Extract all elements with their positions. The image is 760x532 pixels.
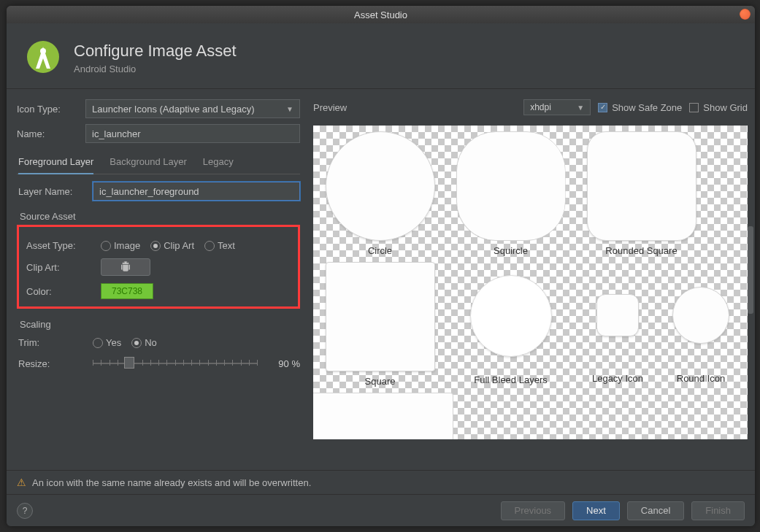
warning-bar: ⚠ An icon with the same name already exi… [7, 470, 755, 494]
radio-clip-art[interactable] [150, 241, 161, 251]
preview-shape-legacy [596, 294, 639, 336]
svg-point-1 [40, 48, 46, 54]
tab-foreground[interactable]: Foreground Layer [18, 150, 93, 174]
show-safe-zone-checkbox[interactable]: ✓ Show Safe Zone [598, 102, 682, 113]
preview-shape-square [326, 262, 435, 371]
preview-shape-full-bleed [470, 275, 552, 357]
name-label: Name: [17, 128, 85, 139]
clip-art-label: Clip Art: [26, 262, 101, 273]
preview-shape-round [672, 287, 729, 344]
asset-type-radio-group: Image Clip Art Text [101, 240, 245, 251]
asset-type-label: Asset Type: [26, 240, 101, 251]
config-panel: Icon Type: Launcher Icons (Adaptive and … [7, 89, 306, 498]
tab-background[interactable]: Background Layer [110, 150, 187, 174]
preview-canvas: Circle Squircle Rounded Square Square [313, 126, 748, 439]
dialog-header: Configure Image Asset Android Studio [7, 23, 755, 89]
radio-trim-yes[interactable] [93, 338, 103, 348]
window-titlebar: Asset Studio [7, 6, 755, 23]
highlighted-region: Asset Type: Image Clip Art Text Clip Art… [17, 225, 300, 309]
warning-text: An icon with the same name already exist… [32, 477, 311, 488]
name-input[interactable] [85, 124, 300, 143]
resize-label: Resize: [18, 358, 93, 369]
warning-icon: ⚠ [17, 477, 26, 488]
trim-label: Trim: [18, 337, 93, 348]
clip-art-button[interactable] [101, 258, 150, 276]
asset-studio-window: Asset Studio Configure Image Asset Andro… [7, 6, 755, 526]
color-label: Color: [26, 286, 101, 297]
svg-point-2 [123, 262, 125, 263]
preview-label: Preview [313, 102, 516, 113]
previous-button[interactable]: Previous [501, 501, 566, 520]
source-asset-label: Source Asset [20, 211, 300, 222]
preview-panel: Preview xhdpi ▼ ✓ Show Safe Zone Show Gr… [306, 89, 755, 498]
dialog-subtitle: Android Studio [74, 63, 237, 74]
cancel-button[interactable]: Cancel [627, 501, 684, 520]
icon-type-select[interactable]: Launcher Icons (Adaptive and Legacy) ▼ [85, 99, 300, 118]
chevron-down-icon: ▼ [286, 105, 293, 113]
scaling-label: Scaling [20, 319, 300, 330]
tab-legacy[interactable]: Legacy [203, 150, 234, 174]
close-icon[interactable] [740, 9, 751, 20]
preview-shape-rounded-square [587, 131, 696, 241]
show-grid-checkbox[interactable]: Show Grid [689, 102, 748, 113]
radio-trim-no[interactable] [131, 338, 142, 348]
button-bar: ? Previous Next Cancel Finish [7, 494, 755, 526]
window-title: Asset Studio [354, 9, 407, 20]
icon-type-label: Icon Type: [17, 104, 85, 115]
next-button[interactable]: Next [572, 501, 620, 520]
preview-shape-squircle [456, 131, 566, 241]
resize-slider[interactable] [93, 355, 258, 371]
radio-image[interactable] [101, 241, 111, 251]
layer-name-input[interactable] [93, 182, 300, 201]
dialog-title: Configure Image Asset [74, 42, 237, 61]
help-button[interactable]: ? [17, 503, 33, 519]
preview-shape-extra [313, 393, 453, 439]
chevron-down-icon: ▼ [577, 104, 584, 112]
layer-name-label: Layer Name: [18, 186, 93, 197]
android-icon [119, 260, 132, 275]
android-studio-logo-icon [26, 39, 61, 77]
density-select[interactable]: xhdpi ▼ [523, 99, 591, 115]
trim-radio-group: Yes No [93, 337, 167, 348]
radio-text[interactable] [204, 241, 215, 251]
finish-button[interactable]: Finish [691, 501, 745, 520]
resize-value: 90 % [266, 358, 300, 369]
layer-tabs: Foreground Layer Background Layer Legacy [17, 150, 300, 174]
svg-point-3 [127, 262, 128, 263]
preview-shape-circle [326, 131, 435, 241]
color-swatch[interactable]: 73C738 [101, 283, 153, 299]
